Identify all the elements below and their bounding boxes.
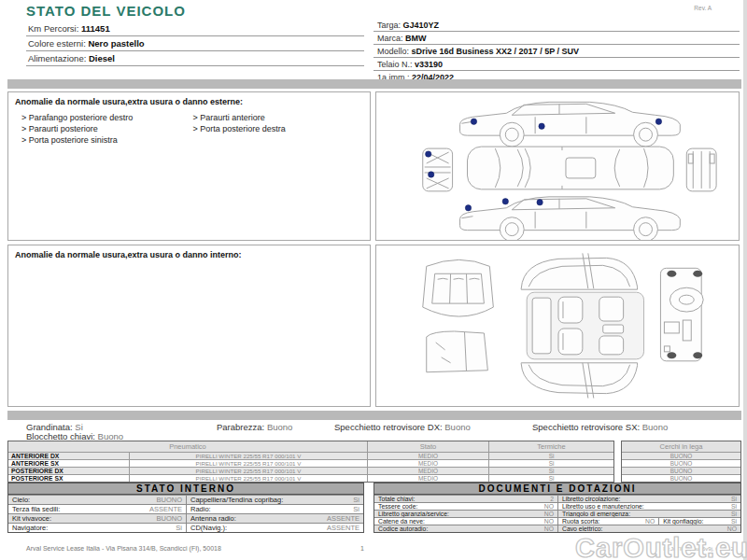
- parcel-shelf-view: [427, 331, 488, 372]
- table-row: Terza fila sedili:ASSENTE Radio:Si: [8, 504, 363, 513]
- dashboard-view: [660, 268, 703, 360]
- damage-dot: [465, 205, 471, 211]
- cerchi-cell: BUONO: [622, 452, 740, 459]
- footer-page-number: 1: [360, 545, 364, 552]
- tire-row: POSTERIORE SXPIRELLI WINTER 225/55 R17 0…: [8, 474, 613, 482]
- vehicle-fields-left: Km Percorsi: 111451 Colore esterni: Nero…: [26, 21, 364, 66]
- damage-dot: [426, 151, 431, 157]
- section-divider-bar: [7, 79, 741, 89]
- car-rear-view: [686, 148, 716, 191]
- cerchi-cell: BUONO: [622, 474, 740, 482]
- tire-row: ANTERIORE DXPIRELLI WINTER 225/55 R17 00…: [8, 452, 613, 459]
- condition-specchietto-sx: Specchietto retrovisore SX: Buono: [532, 422, 668, 432]
- revision-label: Rev. A: [694, 5, 712, 11]
- tire-row: ANTERIORE SXPIRELLI WINTER 225/55 R17 00…: [8, 459, 613, 467]
- documenti-dotazioni-table: DOCUMENTI E DOTAZIONI Totale chiavi:2 Li…: [374, 483, 741, 533]
- interior-anomalies-panel: Anomalie da normale usura,extra usura o …: [7, 245, 371, 407]
- page-title: STATO DEL VEICOLO: [26, 3, 186, 19]
- vehicle-report-page: STATO DEL VEICOLO Rev. A Km Percorsi: 11…: [0, 0, 747, 560]
- tire-header-pneumatico: Pneumatico: [8, 441, 368, 452]
- table-row: Totale chiavi:2 Libretto circolazione:Si: [374, 495, 740, 502]
- tire-header-cerchi: Cerchi in lega: [622, 441, 740, 452]
- anomaly-item: Porta posteriore sinistra: [21, 134, 193, 146]
- damage-dot: [429, 172, 434, 177]
- damage-dot: [502, 199, 508, 204]
- exterior-anomalies-panel: Anomalie da normale usura,extra usura o …: [7, 91, 371, 241]
- table-row: Cielo:BUONO Cappelliera/Tendina copribag…: [8, 495, 363, 504]
- table-row: Libretto garanzia/service:NO Triangolo d…: [374, 510, 740, 517]
- field-telaio: Telaio N.: v33190: [374, 58, 740, 71]
- documenti-title: DOCUMENTI E DOTAZIONI: [374, 483, 740, 495]
- trunk-view: [423, 259, 494, 316]
- interior-anomalies-title: Anomalie da normale usura,extra usura o …: [8, 245, 370, 261]
- cerchi-cell: BUONO: [622, 459, 740, 467]
- field-km: Km Percorsi: 111451: [26, 21, 364, 36]
- table-row: Navigatore:Si CD(Navig.):ASSENTE: [8, 523, 363, 532]
- anomaly-item: Parafango posteriore destro: [21, 112, 193, 123]
- field-alimentazione: Alimentazione: Diesel: [26, 51, 364, 66]
- condition-parabrezza: Parabrezza: Buono: [217, 422, 292, 432]
- anomaly-item: Paraurti anteriore: [193, 112, 365, 123]
- damage-dot: [655, 119, 661, 124]
- tire-header-stato: Stato: [368, 441, 489, 452]
- scan-edge-artifact: [743, 0, 747, 560]
- table-row: Catene da neve:NO Ruota scorta:NO Kit go…: [374, 517, 740, 525]
- field-modello: Modello: sDrive 16d Business XX2 / 2017 …: [374, 45, 740, 58]
- field-marca: Marca: BMW: [374, 32, 740, 45]
- damage-dot: [539, 123, 544, 129]
- vehicle-fields-right: Targa: GJ410YZ Marca: BMW Modello: sDriv…: [374, 19, 740, 84]
- condition-specchietto-dx: Specchietto retrovisore DX: Buono: [334, 422, 471, 432]
- car-interior-diagram: [376, 245, 739, 406]
- damage-dot: [471, 119, 476, 124]
- table-row: Kit vivavoce:BUONO Antenna radio:ASSENTE: [8, 513, 363, 523]
- section-divider-bar: [7, 411, 741, 420]
- exterior-damage-diagram-panel: [375, 91, 740, 241]
- stato-interno-title: STATO INTERNO: [8, 483, 363, 495]
- table-row: Tessere code:NO Libretto uso e manutenzi…: [374, 502, 740, 510]
- field-colore: Colore esterni: Nero pastello: [26, 36, 364, 51]
- footer-company-address: Arval Service Lease Italia - Via Pisana …: [26, 545, 221, 552]
- damage-dot: [537, 200, 543, 205]
- cerchi-table: Cerchi in lega BUONO BUONO BUONO BUONO: [621, 441, 741, 483]
- tire-row: POSTERIORE DXPIRELLI WINTER 225/55 R17 0…: [8, 467, 613, 474]
- car-exterior-diagram: [376, 92, 739, 240]
- field-targa: Targa: GJ410YZ: [374, 19, 740, 32]
- cerchi-cell: BUONO: [622, 467, 740, 474]
- tire-table: Pneumatico Stato Termiche ANTERIORE DXPI…: [7, 441, 741, 483]
- cabin-view: [521, 253, 643, 398]
- anomaly-item: Porta posteriore destra: [193, 123, 365, 134]
- interior-diagram-panel: [375, 245, 740, 407]
- car-top-view: [467, 147, 673, 189]
- anomaly-item: Paraurti posteriore: [21, 123, 193, 134]
- table-row: Codice autoradio:NO Cavo elettrico:NO: [374, 525, 740, 532]
- caroutlet-watermark: CarOutlet.eu: [575, 533, 747, 560]
- tire-header-termiche: Termiche: [489, 441, 613, 452]
- stato-interno-table: STATO INTERNO Cielo:BUONO Cappelliera/Te…: [7, 483, 364, 533]
- exterior-anomalies-title: Anomalie da normale usura,extra usura o …: [8, 92, 370, 108]
